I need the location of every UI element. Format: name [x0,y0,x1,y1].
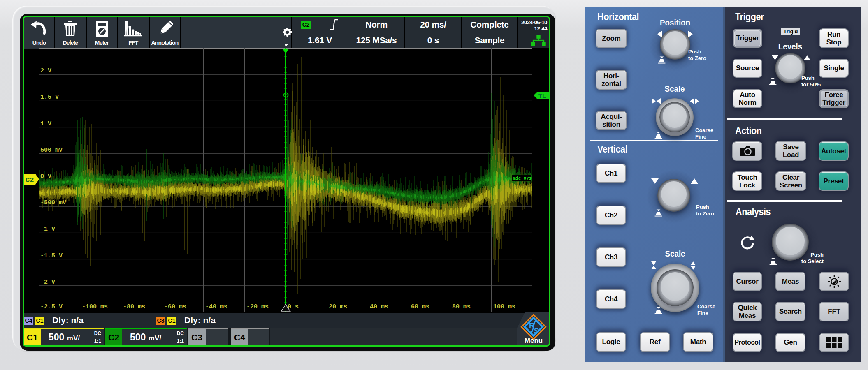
svg-text:-1.5 V: -1.5 V [40,252,63,259]
svg-text:-20 ms: -20 ms [246,303,269,310]
svg-text:-2.5 V: -2.5 V [40,303,63,310]
svg-text:1 V: 1 V [40,120,51,127]
svg-text:0 s: 0 s [288,303,299,310]
svg-text:60 ms: 60 ms [411,303,429,310]
svg-text:40 ms: 40 ms [370,303,388,310]
svg-text:-100 ms: -100 ms [82,303,108,310]
svg-text:-500 mV: -500 mV [40,199,66,206]
svg-text:1.5 V: 1.5 V [40,94,59,101]
svg-text:100 ms: 100 ms [493,303,515,310]
svg-text:80 ms: 80 ms [452,303,471,310]
svg-text:C2: C2 [26,176,34,184]
svg-text:-60 ms: -60 ms [164,303,186,310]
svg-text:-1 V: -1 V [40,226,55,233]
svg-text:S: S [534,327,539,335]
svg-text:-80 ms: -80 ms [123,303,145,310]
svg-text:mic 071: mic 071 [513,176,531,181]
svg-text:-2 V: -2 V [40,279,55,286]
svg-text:500 mV: 500 mV [40,147,63,154]
svg-text:20 ms: 20 ms [329,303,347,310]
svg-text:0 V: 0 V [40,173,51,180]
svg-text:TL: TL [538,92,546,99]
svg-text:2 V: 2 V [40,67,51,74]
svg-text:-40 ms: -40 ms [205,303,227,310]
